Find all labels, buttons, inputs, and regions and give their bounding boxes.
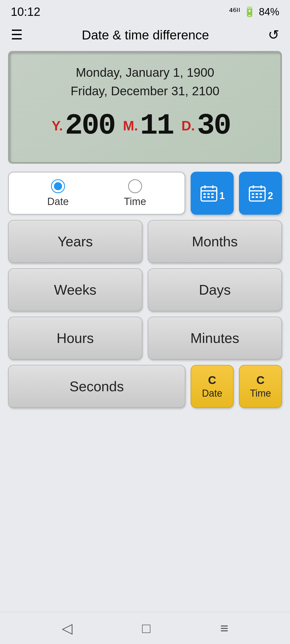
top-bar: ☰ Date & time difference ↺ (0, 21, 290, 48)
minutes-button[interactable]: Minutes (148, 317, 282, 360)
svg-rect-15 (256, 193, 258, 195)
calendar2-icon: 2 (248, 184, 273, 203)
status-icons: ⁴⁶ᴵᴵ 🔋 84% (229, 6, 279, 18)
seconds-button[interactable]: Seconds (8, 365, 185, 408)
history-icon[interactable]: ↺ (268, 27, 279, 43)
day-value: 30 (197, 111, 230, 141)
year-value: 200 (65, 111, 115, 141)
days-button[interactable]: Days (148, 268, 282, 311)
calendar1-button[interactable]: 1 (191, 172, 234, 215)
clear-date-label: Date (202, 388, 222, 399)
svg-rect-19 (260, 196, 262, 198)
svg-rect-6 (211, 193, 214, 195)
svg-rect-17 (252, 196, 254, 198)
time-toggle-option[interactable]: Time (124, 179, 146, 207)
row-mode: Date Time (8, 172, 282, 215)
status-time: 10:12 (11, 5, 40, 19)
year-label: Y. (52, 118, 63, 134)
display-panel: Monday, January 1, 1900 Friday, December… (8, 51, 282, 164)
row-hours-minutes: Hours Minutes (8, 317, 282, 360)
clear-date-c: C (208, 374, 216, 387)
calendar1-number: 1 (219, 190, 225, 202)
row-years-months: Years Months (8, 220, 282, 263)
battery-icon: 🔋 (244, 6, 256, 17)
row-weeks-days: Weeks Days (8, 268, 282, 311)
display-dates: Monday, January 1, 1900 Friday, December… (23, 63, 267, 100)
nav-back-icon[interactable]: ◁ (62, 620, 73, 636)
calendar2-number: 2 (268, 190, 273, 202)
hours-button[interactable]: Hours (8, 317, 142, 360)
date2-display: Friday, December 31, 2100 (23, 82, 267, 100)
clear-time-label: Time (250, 388, 271, 399)
row-seconds-clear: Seconds C Date C Time (8, 365, 282, 408)
svg-rect-18 (256, 196, 258, 198)
month-value: 11 (140, 111, 173, 141)
buttons-area: Date Time (0, 172, 290, 408)
clear-time-c: C (256, 374, 264, 387)
page-title: Date & time difference (82, 28, 209, 42)
clear-date-button[interactable]: C Date (191, 365, 234, 408)
nav-home-icon[interactable]: □ (142, 620, 150, 636)
nav-bar: ◁ □ ≡ (0, 612, 290, 644)
date1-display: Monday, January 1, 1900 (23, 63, 267, 82)
day-label: D. (182, 118, 195, 134)
years-button[interactable]: Years (8, 220, 142, 263)
status-bar: 10:12 ⁴⁶ᴵᴵ 🔋 84% (0, 0, 290, 21)
svg-rect-7 (204, 196, 206, 198)
signal-icon: ⁴⁶ᴵᴵ (229, 6, 240, 17)
time-radio[interactable] (128, 179, 142, 193)
calendar1-icon: 1 (200, 184, 225, 203)
nav-menu-icon[interactable]: ≡ (220, 620, 228, 636)
date-radio[interactable] (51, 179, 65, 193)
display-values: Y. 200 M. 11 D. 30 (23, 111, 267, 141)
date-time-toggle: Date Time (8, 172, 185, 215)
svg-rect-8 (207, 196, 210, 198)
svg-rect-5 (207, 193, 210, 195)
svg-rect-9 (211, 196, 214, 198)
weeks-button[interactable]: Weeks (8, 268, 142, 311)
svg-rect-16 (260, 193, 262, 195)
month-label: M. (123, 118, 138, 134)
date-toggle-option[interactable]: Date (47, 179, 69, 207)
svg-rect-14 (252, 193, 254, 195)
battery-level: 84% (259, 6, 279, 18)
date-radio-inner (54, 182, 62, 190)
calendar2-button[interactable]: 2 (239, 172, 282, 215)
time-toggle-label: Time (124, 196, 146, 207)
date-toggle-label: Date (47, 196, 69, 207)
months-button[interactable]: Months (148, 220, 282, 263)
menu-icon[interactable]: ☰ (11, 28, 23, 42)
svg-rect-4 (204, 193, 206, 195)
clear-time-button[interactable]: C Time (239, 365, 282, 408)
